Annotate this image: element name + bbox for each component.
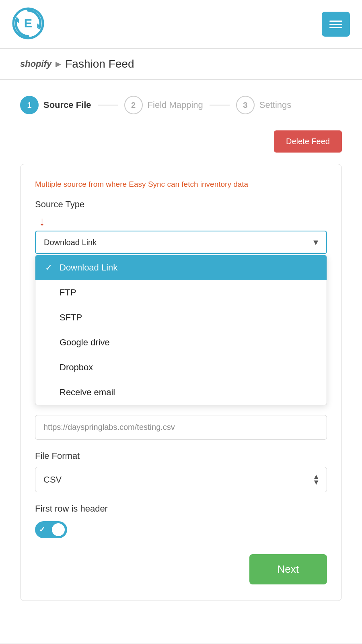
svg-text:E: E xyxy=(24,16,32,30)
source-type-select-container: Download Link FTP SFTP Google drive Drop… xyxy=(35,231,327,254)
app-header: E xyxy=(0,0,362,49)
toggle-track: ✓ xyxy=(35,521,67,538)
step-3-circle: 3 xyxy=(236,96,255,114)
next-button[interactable]: Next xyxy=(249,554,327,584)
dropdown-label-download-link: Download Link xyxy=(60,262,117,273)
source-type-label: Source Type xyxy=(35,199,327,210)
toggle-container: ✓ xyxy=(35,521,327,538)
form-card: Multiple source from where Easy Sync can… xyxy=(20,164,342,601)
file-format-label: File Format xyxy=(35,451,327,461)
step-divider-2 xyxy=(210,105,230,105)
source-type-select[interactable]: Download Link FTP SFTP Google drive Drop… xyxy=(35,231,327,254)
breadcrumb-shopify[interactable]: shopify xyxy=(20,59,51,69)
dropdown-label-sftp: SFTP xyxy=(60,312,82,323)
main-content: 1 Source File 2 Field Mapping 3 Settings… xyxy=(0,80,362,643)
menu-icon-line1 xyxy=(329,21,342,22)
dropdown-item-download-link[interactable]: ✓ Download Link xyxy=(35,255,327,280)
step-2-circle: 2 xyxy=(124,96,143,114)
first-row-toggle[interactable]: ✓ xyxy=(35,521,67,538)
step-3: 3 Settings xyxy=(236,96,292,114)
first-row-label: First row is header xyxy=(35,504,327,514)
dropdown-item-google-drive[interactable]: ✓ Google drive xyxy=(35,330,327,355)
breadcrumb-feed-name: Fashion Feed xyxy=(65,58,134,70)
step-1-label: Source File xyxy=(43,100,91,110)
url-input[interactable] xyxy=(35,415,327,440)
delete-btn-row: Delete Feed xyxy=(20,130,342,153)
dropdown-label-ftp: FTP xyxy=(60,287,76,298)
info-text: Multiple source from where Easy Sync can… xyxy=(35,179,327,190)
arrow-indicator: ↓ xyxy=(35,215,327,227)
file-format-select[interactable]: CSV TSV XML JSON xyxy=(35,467,327,492)
dropdown-item-sftp[interactable]: ✓ SFTP xyxy=(35,305,327,330)
down-arrow-icon: ↓ xyxy=(39,215,45,227)
format-select-container: CSV TSV XML JSON ▲▼ xyxy=(35,467,327,492)
menu-icon-line3 xyxy=(329,27,342,28)
source-type-dropdown: ✓ Download Link ✓ FTP ✓ SFTP ✓ Google dr… xyxy=(35,255,327,405)
breadcrumb: shopify ▶ Fashion Feed xyxy=(0,49,362,80)
dropdown-label-google-drive: Google drive xyxy=(60,337,110,348)
menu-icon-line2 xyxy=(329,24,342,25)
delete-feed-button[interactable]: Delete Feed xyxy=(274,130,342,153)
check-icon: ✓ xyxy=(45,262,55,273)
dropdown-label-dropbox: Dropbox xyxy=(60,362,93,373)
dropdown-item-ftp[interactable]: ✓ FTP xyxy=(35,280,327,305)
step-3-label: Settings xyxy=(259,100,292,110)
next-btn-row: Next xyxy=(35,554,327,584)
step-divider-1 xyxy=(98,105,118,105)
toggle-check-icon: ✓ xyxy=(39,525,45,534)
dropdown-label-receive-email: Receive email xyxy=(60,387,115,398)
menu-button[interactable] xyxy=(322,12,350,37)
step-1: 1 Source File xyxy=(20,96,91,114)
step-2-label: Field Mapping xyxy=(148,100,203,110)
dropdown-item-receive-email[interactable]: ✓ Receive email xyxy=(35,380,327,405)
step-2: 2 Field Mapping xyxy=(124,96,203,114)
dropdown-item-dropbox[interactable]: ✓ Dropbox xyxy=(35,355,327,380)
logo: E xyxy=(12,7,44,41)
breadcrumb-arrow: ▶ xyxy=(56,60,61,68)
toggle-thumb xyxy=(52,523,65,536)
steps-nav: 1 Source File 2 Field Mapping 3 Settings xyxy=(20,96,342,114)
step-1-circle: 1 xyxy=(20,96,39,114)
